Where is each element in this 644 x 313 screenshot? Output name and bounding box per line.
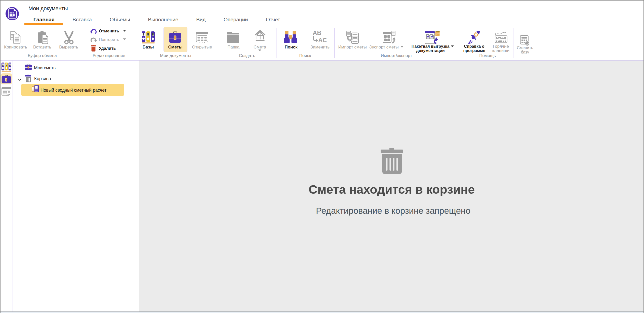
svg-text:AB: AB (313, 30, 321, 36)
svg-text:AC: AC (318, 37, 327, 43)
